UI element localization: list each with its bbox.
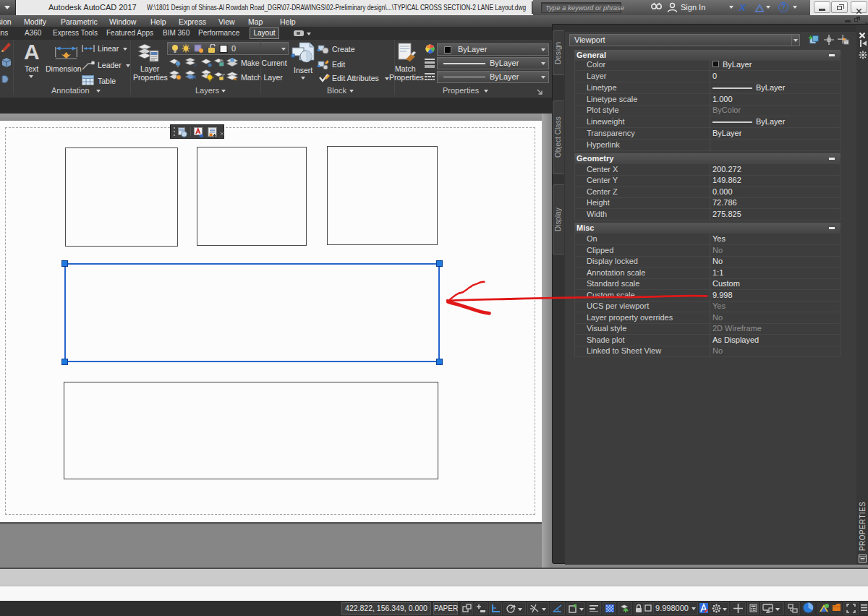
svg-text:0: 0 — [231, 44, 236, 53]
